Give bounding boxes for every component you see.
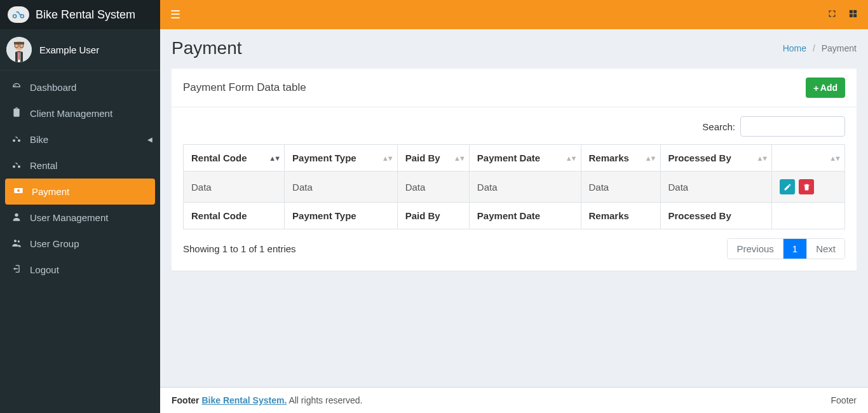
apps-grid-icon[interactable]	[848, 9, 858, 21]
col-label: Remarks	[589, 152, 629, 163]
sidebar-item-bike[interactable]: Bike ◀	[0, 126, 160, 152]
svg-point-10	[17, 189, 20, 192]
sidebar-item-label: Payment	[32, 186, 69, 197]
pencil-icon	[783, 183, 792, 191]
svg-point-6	[18, 139, 20, 142]
col-label: Processed By	[668, 152, 731, 163]
footer-payment-date: Payment Date	[469, 203, 581, 229]
search-input[interactable]	[740, 116, 845, 137]
user-panel[interactable]: Example User	[0, 29, 160, 71]
sidebar-item-label: Client Management	[30, 108, 112, 119]
payment-table: Rental Code▲▼ Payment Type▲▼ Paid By▲▼ P…	[183, 144, 845, 229]
search-row: Search:	[183, 116, 845, 137]
col-label: Rental Code	[191, 152, 247, 163]
sidebar-nav: Dashboard Client Management Bike ◀ Renta…	[0, 71, 160, 283]
brand-name: Bike Rental System	[36, 8, 135, 22]
col-label: Payment Date	[477, 152, 540, 163]
pagination: Previous 1 Next	[727, 238, 845, 259]
cell-payment-type: Data	[285, 172, 398, 203]
col-processed-by[interactable]: Processed By▲▼	[660, 145, 772, 172]
brand-bar[interactable]: Bike Rental System	[0, 0, 160, 29]
add-button[interactable]: + Add	[806, 78, 845, 98]
pagination-page-1[interactable]: 1	[783, 239, 806, 259]
footer-left: Footer Bike Rental System. All rights re…	[172, 395, 362, 405]
footer-right: Footer	[831, 395, 857, 405]
trash-icon	[803, 183, 811, 191]
sidebar-item-label: Bike	[30, 134, 48, 145]
table-header-row: Rental Code▲▼ Payment Type▲▼ Paid By▲▼ P…	[184, 145, 845, 172]
footer-rental-code: Rental Code	[184, 203, 285, 229]
cell-processed-by: Data	[660, 172, 772, 203]
plus-icon: +	[813, 83, 819, 93]
svg-rect-15	[853, 10, 857, 13]
sidebar-item-user-management[interactable]: User Management	[0, 205, 160, 231]
svg-point-12	[14, 240, 17, 242]
pagination-next[interactable]: Next	[806, 239, 844, 259]
sort-icon: ▲▼	[382, 154, 392, 162]
panel-header: Payment Form Data table + Add	[172, 69, 857, 107]
sort-icon: ▲▼	[756, 154, 766, 162]
topbar: ☰	[160, 0, 868, 29]
cell-actions	[772, 172, 845, 203]
delete-button[interactable]	[799, 179, 814, 194]
table-footer-row: Rental Code Payment Type Paid By Payment…	[184, 203, 845, 229]
cell-remarks: Data	[581, 172, 660, 203]
topbar-actions	[827, 9, 858, 21]
col-payment-date[interactable]: Payment Date▲▼	[469, 145, 581, 172]
logout-icon	[10, 264, 24, 276]
svg-point-5	[13, 139, 15, 142]
col-rental-code[interactable]: Rental Code▲▼	[184, 145, 285, 172]
money-icon	[11, 186, 25, 198]
pagination-previous[interactable]: Previous	[728, 239, 782, 259]
table-footer: Showing 1 to 1 of 1 entries Previous 1 N…	[183, 238, 845, 259]
sort-icon: ▲▼	[829, 154, 839, 162]
bike-icon	[10, 133, 24, 146]
svg-point-13	[18, 240, 20, 242]
svg-rect-17	[853, 14, 857, 17]
main-content: Payment Home / Payment Payment Form Data…	[160, 0, 868, 413]
cell-paid-by: Data	[397, 172, 469, 203]
footer-rights: All rights reserved.	[288, 395, 362, 405]
svg-point-8	[18, 165, 20, 168]
sidebar-item-user-group[interactable]: User Group	[0, 231, 160, 257]
col-label: Payment Type	[292, 152, 356, 163]
brand-logo	[8, 6, 29, 23]
sidebar-item-logout[interactable]: Logout	[0, 257, 160, 283]
col-paid-by[interactable]: Paid By▲▼	[397, 145, 469, 172]
add-button-label: Add	[820, 83, 837, 93]
clipboard-icon	[10, 107, 24, 119]
user-display-name: Example User	[39, 44, 99, 55]
sidebar-item-payment[interactable]: Payment	[5, 179, 155, 205]
breadcrumb: Home / Payment	[783, 43, 857, 53]
breadcrumb-home-link[interactable]: Home	[783, 43, 806, 53]
col-actions: ▲▼	[772, 145, 845, 172]
sidebar-item-rental[interactable]: Rental	[0, 152, 160, 179]
footer-remarks: Remarks	[581, 203, 660, 229]
footer-payment-type: Payment Type	[285, 203, 398, 229]
page-footer: Footer Bike Rental System. All rights re…	[160, 387, 868, 413]
sidebar-item-dashboard[interactable]: Dashboard	[0, 74, 160, 100]
col-payment-type[interactable]: Payment Type▲▼	[285, 145, 398, 172]
sort-icon: ▲▼	[454, 154, 464, 162]
users-icon	[10, 238, 24, 250]
footer-paid-by: Paid By	[397, 203, 469, 229]
col-remarks[interactable]: Remarks▲▼	[581, 145, 660, 172]
breadcrumb-separator: /	[813, 43, 815, 53]
table-row: Data Data Data Data Data Data	[184, 172, 845, 203]
panel-title: Payment Form Data table	[183, 81, 306, 94]
sort-icon: ▲▼	[645, 154, 655, 162]
hamburger-icon[interactable]: ☰	[170, 8, 180, 22]
sidebar: Bike Rental System Example User Dashboar…	[0, 0, 160, 413]
user-icon	[10, 212, 24, 224]
payment-panel: Payment Form Data table + Add Search: Re…	[172, 69, 857, 271]
footer-brand-link[interactable]: Bike Rental System.	[201, 395, 287, 405]
footer-actions	[772, 203, 845, 229]
chevron-left-icon: ◀	[147, 136, 153, 143]
fullscreen-icon[interactable]	[827, 9, 837, 21]
footer-prefix: Footer	[172, 395, 201, 405]
edit-button[interactable]	[780, 179, 795, 194]
sidebar-item-label: Dashboard	[30, 82, 76, 93]
col-label: Paid By	[405, 152, 440, 163]
breadcrumb-current: Payment	[822, 43, 857, 53]
sidebar-item-client-management[interactable]: Client Management	[0, 100, 160, 126]
